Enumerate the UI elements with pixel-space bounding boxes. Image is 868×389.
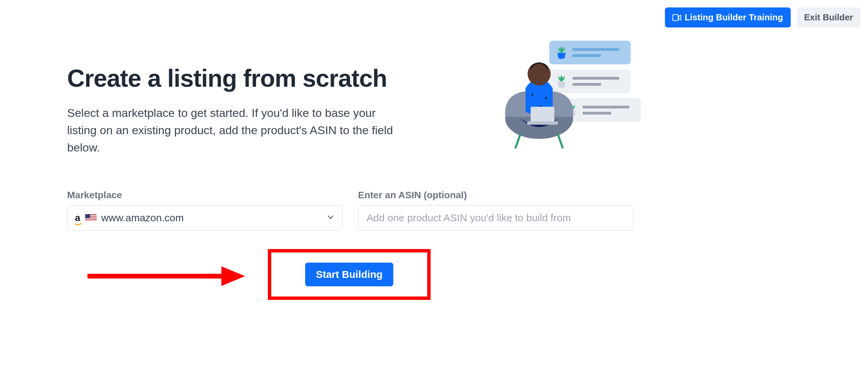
illustration-lines <box>583 106 635 115</box>
exit-button-label: Exit Builder <box>804 12 853 23</box>
svg-rect-6 <box>527 121 558 125</box>
training-button-label: Listing Builder Training <box>685 12 783 23</box>
start-button-label: Start Building <box>316 269 383 280</box>
svg-marker-11 <box>221 266 245 286</box>
person-illustration <box>500 47 578 149</box>
asin-group: Enter an ASIN (optional) <box>358 190 633 230</box>
svg-line-9 <box>558 134 563 148</box>
svg-point-3 <box>545 97 547 100</box>
svg-rect-5 <box>531 107 554 122</box>
asin-label: Enter an ASIN (optional) <box>358 190 633 201</box>
amazon-logo-icon: a <box>75 212 80 223</box>
annotation-highlight-box: Start Building <box>268 249 431 300</box>
illustration <box>500 41 636 156</box>
marketplace-value: www.amazon.com <box>101 212 184 224</box>
chevron-down-icon <box>327 212 335 224</box>
illustration-lines <box>572 77 625 86</box>
marketplace-group: Marketplace a www.amazon.com <box>67 190 342 230</box>
marketplace-select[interactable]: a www.amazon.com <box>67 205 342 230</box>
form-row: Marketplace a www.amazon.com Enter an AS… <box>67 190 633 230</box>
video-icon <box>672 14 681 21</box>
svg-line-8 <box>515 134 520 148</box>
page-description: Select a marketplace to get started. If … <box>67 104 406 156</box>
illustration-lines <box>572 48 625 57</box>
start-building-button[interactable]: Start Building <box>305 263 394 286</box>
listing-builder-training-button[interactable]: Listing Builder Training <box>665 7 790 27</box>
svg-point-7 <box>528 62 551 85</box>
annotation-arrow-icon <box>86 264 249 288</box>
marketplace-label: Marketplace <box>67 190 342 201</box>
asin-input[interactable] <box>358 205 633 230</box>
us-flag-icon <box>85 214 97 222</box>
top-bar: Listing Builder Training Exit Builder <box>665 7 861 27</box>
svg-rect-0 <box>673 15 678 21</box>
exit-builder-button[interactable]: Exit Builder <box>797 7 861 27</box>
svg-point-2 <box>531 94 534 96</box>
